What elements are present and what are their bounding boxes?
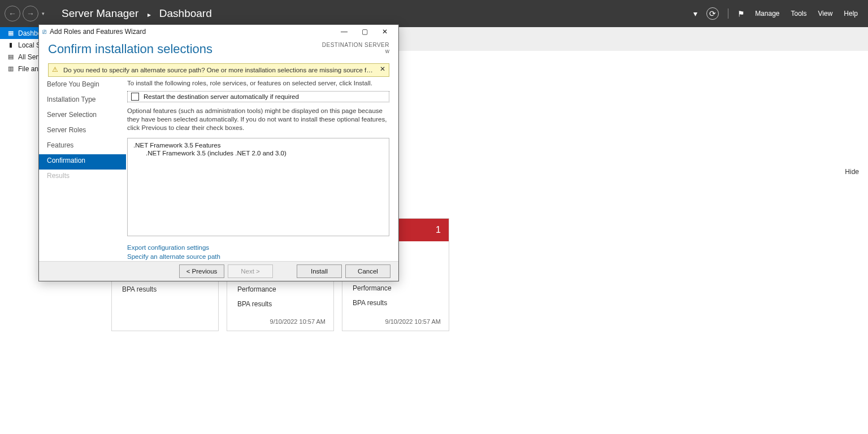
feature-group: .NET Framework 3.5 Features <box>133 142 383 149</box>
tile-row: BPA results <box>227 297 333 311</box>
hide-link[interactable]: Hide <box>845 168 859 176</box>
maximize-button[interactable]: ▢ <box>354 25 375 38</box>
storage-icon: ▥ <box>7 65 15 72</box>
minimize-button[interactable]: — <box>334 25 354 38</box>
tile-alert-count: 1 <box>436 225 441 235</box>
header-right: ▾ ⟳ ⚑ Manage Tools View Help <box>689 0 863 27</box>
step-before-you-begin[interactable]: Before You Begin <box>39 78 126 93</box>
breadcrumb-separator-icon: ▸ <box>147 11 151 19</box>
alternate-source-link[interactable]: Specify an alternate source path <box>127 252 389 261</box>
destination-server: DESTINATION SERVER w <box>322 42 389 54</box>
wizard-body: Before You Begin Installation Type Serve… <box>39 78 398 261</box>
dismiss-warning-button[interactable]: ✕ <box>380 65 385 73</box>
menu-view[interactable]: View <box>818 10 833 18</box>
dashboard-icon: ▦ <box>7 29 15 37</box>
history-dropdown-icon[interactable]: ▾ <box>42 11 45 16</box>
next-button: Next > <box>228 264 273 278</box>
step-installation-type[interactable]: Installation Type <box>39 93 126 108</box>
wizard-heading: Confirm installation selections <box>48 42 322 57</box>
source-path-warning: ⚠ Do you need to specify an alternate so… <box>48 63 389 77</box>
tile-timestamp: 9/10/2022 10:57 AM <box>385 318 441 325</box>
servers-icon: ▤ <box>7 53 15 60</box>
destination-value: w <box>322 48 389 54</box>
destination-label: DESTINATION SERVER <box>322 42 389 48</box>
back-button[interactable]: ← <box>5 6 20 21</box>
add-roles-wizard: ⎚ Add Roles and Features Wizard — ▢ ✕ Co… <box>38 24 399 281</box>
tile-row: Performance <box>227 282 333 297</box>
tile-timestamp: 9/10/2022 10:57 AM <box>270 318 326 325</box>
install-instruction: To install the following roles, role ser… <box>127 80 389 86</box>
menu-tools[interactable]: Tools <box>791 10 807 18</box>
wizard-steps: Before You Begin Installation Type Serve… <box>39 78 126 261</box>
warning-icon: ⚠ <box>52 66 58 73</box>
restart-label: Restart the destination server automatic… <box>144 93 299 100</box>
step-confirmation[interactable]: Confirmation <box>39 154 126 170</box>
refresh-icon[interactable]: ⟳ <box>706 7 719 20</box>
warning-text: Do you need to specify an alternate sour… <box>63 67 389 73</box>
page-title: Dashboard <box>159 7 212 19</box>
menu-manage[interactable]: Manage <box>755 10 779 18</box>
tile-row: BPA results <box>112 282 218 297</box>
header-dropdown-icon[interactable]: ▾ <box>693 9 697 18</box>
export-config-link[interactable]: Export configuration settings <box>127 243 389 252</box>
wizard-footer: < Previous Next > Install Cancel <box>39 261 398 281</box>
nav-arrows: ← → ▾ <box>0 6 45 21</box>
wizard-titlebar[interactable]: ⎚ Add Roles and Features Wizard — ▢ ✕ <box>39 25 398 38</box>
tile-row: BPA results <box>342 296 449 310</box>
restart-checkbox[interactable] <box>131 93 139 101</box>
previous-button[interactable]: < Previous <box>179 264 224 278</box>
tile-row: Performance <box>342 281 449 296</box>
breadcrumb: Server Manager ▸ Dashboard <box>62 7 212 20</box>
feature-item: .NET Framework 3.5 (includes .NET 2.0 an… <box>133 150 383 157</box>
server-manager-header: ← → ▾ Server Manager ▸ Dashboard ▾ ⟳ ⚑ M… <box>0 0 868 27</box>
step-features[interactable]: Features <box>39 139 126 154</box>
forward-button[interactable]: → <box>23 6 38 21</box>
step-server-roles[interactable]: Server Roles <box>39 124 126 139</box>
selected-features-list: .NET Framework 3.5 Features .NET Framewo… <box>127 138 389 236</box>
close-button[interactable]: ✕ <box>375 25 395 38</box>
optional-features-note: Optional features (such as administratio… <box>127 107 389 132</box>
wizard-content: To install the following roles, role ser… <box>126 78 398 261</box>
install-button[interactable]: Install <box>297 264 342 278</box>
wizard-header: Confirm installation selections DESTINAT… <box>39 38 398 63</box>
wizard-app-icon: ⎚ <box>42 28 46 36</box>
server-icon: ▮ <box>7 41 15 49</box>
menu-help[interactable]: Help <box>844 10 858 18</box>
wizard-title: Add Roles and Features Wizard <box>50 28 146 36</box>
divider <box>728 8 728 19</box>
step-results: Results <box>39 170 126 185</box>
cancel-button[interactable]: Cancel <box>345 264 390 278</box>
notifications-flag-icon[interactable]: ⚑ <box>737 8 745 19</box>
app-title: Server Manager <box>62 7 138 19</box>
step-server-selection[interactable]: Server Selection <box>39 108 126 124</box>
restart-checkbox-row[interactable]: Restart the destination server automatic… <box>127 91 389 102</box>
